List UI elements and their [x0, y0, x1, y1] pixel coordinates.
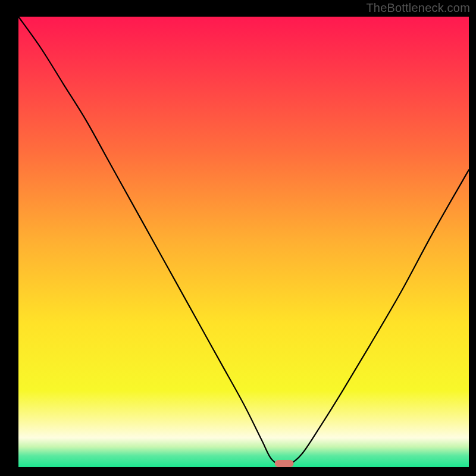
watermark-text: TheBottleneck.com: [366, 1, 470, 15]
optimal-point-marker: [275, 460, 294, 467]
bottleneck-chart: [0, 0, 476, 476]
chart-plot-area: [18, 17, 469, 467]
chart-container: TheBottleneck.com: [0, 0, 476, 476]
